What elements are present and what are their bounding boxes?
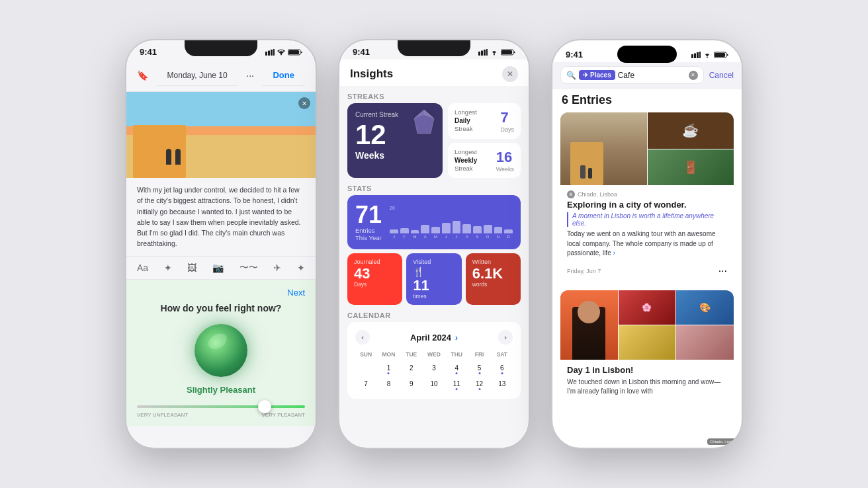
cal-day-4[interactable]: 4 — [449, 360, 464, 375]
journal-header: 🔖 Monday, June 10 ··· Done — [126, 60, 316, 92]
battery-icon — [288, 49, 302, 56]
places-tag-label: Places — [590, 71, 611, 79]
written-card: Written 6.1K words — [466, 253, 521, 305]
place-photo-br-1: 🚪 — [648, 149, 734, 186]
cal-day-7[interactable]: 7 — [359, 376, 373, 391]
camera-icon[interactable]: 📷 — [212, 263, 224, 273]
streak-crystal-icon — [411, 108, 437, 135]
battery-icon-2 — [501, 49, 515, 56]
phone-3: 9:41 🔍 ✈ Places Cafe ✕ Cancel 6 Entries — [551, 39, 743, 449]
stats-chart: 20 — [390, 206, 513, 239]
time-1: 9:41 — [140, 47, 157, 57]
insights-scroll[interactable]: Streaks Current Streak 12 Weeks — [339, 86, 529, 405]
location-icon[interactable]: ✈ — [273, 263, 281, 273]
cal-day-11[interactable]: 11 — [449, 376, 464, 391]
bar-jul — [453, 221, 461, 234]
cal-day-2[interactable]: 2 — [404, 360, 419, 375]
mood-label-right: VERY PLEASANT — [261, 412, 305, 418]
audio-icon[interactable]: 〜〜 — [239, 262, 258, 274]
place-location-text-1: Chiado, Lisboa — [578, 191, 617, 198]
mood-next-button[interactable]: Next — [287, 288, 305, 298]
close-icon: ✕ — [507, 69, 513, 79]
svg-rect-8 — [481, 50, 483, 56]
cal-day-10[interactable]: 10 — [427, 376, 441, 391]
svg-point-4 — [281, 54, 282, 55]
places-tag-icon: ✈ — [583, 71, 588, 79]
mood-orb[interactable] — [195, 324, 247, 377]
places-scroll[interactable]: ☕ 🚪 ⊕ Chiado, Lisboa Exploring in a city… — [552, 112, 742, 402]
mood-slider-thumb[interactable] — [258, 400, 271, 413]
cal-day-13[interactable]: 13 — [495, 376, 509, 391]
photo-scene — [126, 92, 316, 178]
bar-jan — [390, 229, 398, 234]
read-more-link[interactable]: › — [611, 249, 615, 257]
notch-1 — [185, 40, 257, 56]
p2-photo-mr: 🎨 — [676, 290, 734, 325]
p2-photo-brr — [676, 325, 734, 360]
photo-icon[interactable]: 🖼 — [187, 263, 196, 273]
p2-photo-tr: 🌸 — [619, 290, 676, 325]
cal-day-1[interactable]: 1 — [381, 360, 396, 375]
search-clear-button[interactable]: ✕ — [689, 71, 698, 80]
more-button[interactable]: ··· — [246, 70, 254, 81]
phone-2: 9:41 Insights ✕ Streaks Current Streak 1… — [338, 39, 530, 449]
search-bar[interactable]: 🔍 ✈ Places Cafe ✕ — [560, 66, 704, 84]
bar-aug — [462, 224, 471, 234]
search-cancel-button[interactable]: Cancel — [709, 71, 734, 80]
longest-daily-card: Longest Daily Streak 7 Days — [448, 103, 521, 139]
visited-card: Visited 🍴 11 times — [406, 253, 461, 305]
cal-header-sat: SAT — [492, 350, 513, 359]
bookmark-icon[interactable]: 🔖 — [137, 70, 148, 81]
screen-2: Insights ✕ Streaks Current Streak 12 Wee… — [339, 60, 529, 405]
cal-header-sun: SUN — [355, 350, 376, 359]
bar-apr — [421, 225, 429, 233]
cal-day-9[interactable]: 9 — [404, 376, 419, 391]
journal-toolbar: Aa ✦ 🖼 📷 〜〜 ✈ ✦ — [126, 256, 316, 280]
svg-rect-13 — [501, 50, 512, 54]
cal-header-fri: FRI — [468, 350, 490, 359]
phone-1: 9:41 🔖 Monday, June 10 ··· Done ✕ With m… — [125, 39, 317, 449]
journal-date: Monday, June 10 — [157, 65, 238, 86]
wifi-icon-3 — [703, 52, 711, 58]
journaled-unit: Days — [354, 281, 396, 288]
place2-info: Day 1 in Lisbon! We touched down in Lisb… — [560, 360, 734, 402]
chart-bars — [390, 212, 513, 233]
search-tag-places[interactable]: ✈ Places — [579, 70, 615, 80]
entry1-title: Exploring in a city of wonder. — [567, 200, 727, 210]
mood-slider-container: VERY UNPLEASANT VERY PLEASANT — [137, 405, 305, 418]
longest-daily-unit: Days — [500, 126, 514, 133]
photo-figures — [166, 149, 181, 165]
p2-photo-main — [560, 290, 618, 360]
entries-count: 6 Entries — [552, 89, 742, 112]
bar-dec — [504, 229, 513, 234]
bar-jun — [442, 223, 451, 234]
cal-day-5[interactable]: 5 — [472, 360, 487, 375]
calendar-section: Calendar ‹ April 2024 › › SUN MON TUE — [347, 311, 521, 399]
done-button[interactable]: Done — [262, 65, 305, 86]
longest-daily-label: Longest Daily Streak — [455, 108, 477, 134]
written-unit: words — [472, 281, 514, 288]
cal-day-8[interactable]: 8 — [381, 376, 396, 391]
svg-rect-1 — [268, 50, 270, 56]
magic-icon[interactable]: ✦ — [164, 263, 172, 273]
font-icon[interactable]: Aa — [137, 263, 148, 273]
sticker-icon[interactable]: ✦ — [297, 263, 305, 273]
svg-rect-19 — [697, 52, 699, 58]
streaks-label: Streaks — [347, 93, 521, 101]
calendar-next-button[interactable]: › — [498, 330, 513, 345]
place-photo-tr-1: ☕ — [648, 112, 734, 149]
svg-rect-0 — [265, 52, 267, 56]
entry1-more-button[interactable]: ··· — [718, 265, 727, 277]
cal-day-3[interactable]: 3 — [427, 360, 441, 375]
cal-day-6[interactable]: 6 — [495, 360, 509, 375]
stats-card: 71 Entries This Year 20 — [347, 195, 521, 249]
svg-rect-10 — [486, 49, 488, 56]
svg-rect-18 — [694, 53, 696, 58]
calendar-month-label: April 2024 › — [410, 333, 458, 343]
search-query-text[interactable]: Cafe — [618, 71, 686, 80]
cal-day-12[interactable]: 12 — [472, 376, 487, 391]
calendar-prev-button[interactable]: ‹ — [355, 330, 370, 345]
status-icons-3 — [691, 52, 728, 58]
photo-close-button[interactable]: ✕ — [298, 97, 310, 109]
insights-close-button[interactable]: ✕ — [502, 66, 518, 82]
